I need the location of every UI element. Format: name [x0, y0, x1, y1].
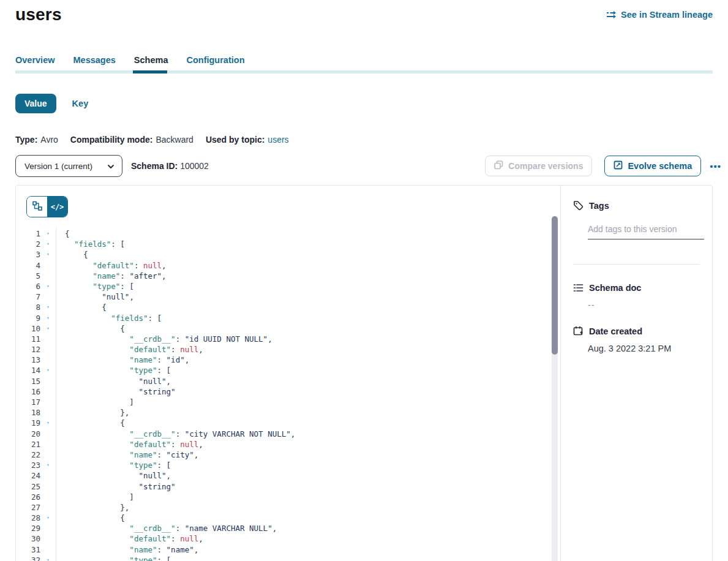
fold-toggle-icon[interactable]: ▾: [40, 228, 56, 239]
code-text[interactable]: ]: [56, 492, 134, 502]
code-text[interactable]: "name": "id",: [56, 355, 189, 365]
code-text[interactable]: "string": [56, 386, 176, 397]
line-number: 10: [16, 323, 40, 334]
code-line: 5 "name": "after",: [16, 271, 542, 281]
tags-section-title: Tags: [573, 200, 704, 211]
code-text[interactable]: },: [56, 407, 129, 418]
code-line: 8▾ {: [16, 302, 542, 312]
tab-schema[interactable]: Schema: [134, 55, 168, 71]
code-line: 18 },: [16, 407, 542, 418]
more-actions-button[interactable]: •••: [710, 161, 721, 171]
scrollbar-thumb[interactable]: [552, 216, 558, 355]
code-text[interactable]: },: [56, 502, 129, 513]
fold-toggle-icon[interactable]: ▾: [40, 460, 56, 470]
code-line: 7 "null",: [16, 292, 542, 302]
code-line: 19▾ {: [16, 418, 542, 428]
code-text[interactable]: "type": [: [56, 281, 134, 292]
code-text[interactable]: "fields": [: [56, 239, 125, 249]
code-line: 22 "name": "city",: [16, 450, 542, 460]
code-line: 30 "default": null,: [16, 533, 542, 544]
editor-scrollbar[interactable]: [552, 216, 558, 561]
code-text[interactable]: {: [56, 249, 88, 260]
code-text[interactable]: "type": [: [56, 555, 171, 561]
fold-toggle-icon[interactable]: ▾: [40, 281, 56, 292]
code-line: 28▾ {: [16, 513, 542, 523]
line-number: 18: [16, 407, 40, 418]
code-text[interactable]: "type": [: [56, 365, 171, 375]
code-text[interactable]: {: [56, 228, 70, 239]
fold-toggle-icon[interactable]: ▾: [40, 302, 56, 312]
code-text[interactable]: "default": null,: [56, 439, 203, 450]
code-text[interactable]: {: [56, 323, 125, 334]
code-text[interactable]: "default": null,: [56, 533, 203, 544]
code-text[interactable]: "__crdb__": "id UUID NOT NULL",: [56, 334, 272, 344]
code-line: 10▾ {: [16, 323, 542, 334]
code-text[interactable]: "__crdb__": "city VARCHAR NOT NULL",: [56, 429, 295, 439]
line-number: 1: [16, 228, 40, 239]
fold-toggle-icon[interactable]: ▾: [40, 239, 56, 249]
page-title: users: [15, 5, 62, 24]
code-lines[interactable]: 1▾{2▾ "fields": [3▾ {4 "default": null,5…: [16, 228, 542, 561]
code-text[interactable]: "null",: [56, 470, 171, 481]
code-text[interactable]: "name": "after",: [56, 271, 167, 281]
schema-doc-value: --: [588, 300, 704, 310]
compare-icon: [494, 160, 503, 171]
code-line: 4 "default": null,: [16, 260, 542, 271]
fold-toggle-icon[interactable]: ▾: [40, 323, 56, 334]
code-text[interactable]: {: [56, 302, 107, 312]
version-select[interactable]: Version 1 (current): [15, 155, 122, 177]
line-number: 13: [16, 355, 40, 365]
line-number: 7: [16, 292, 40, 302]
line-number: 29: [16, 523, 40, 533]
fold-toggle-icon[interactable]: ▾: [40, 313, 56, 323]
code-text[interactable]: "null",: [56, 292, 134, 302]
code-text[interactable]: "string": [56, 481, 176, 492]
editor-view-toggle: </>: [26, 196, 68, 217]
line-number: 2: [16, 239, 40, 249]
code-line: 17 ]: [16, 397, 542, 407]
fold-toggle-icon[interactable]: ▾: [40, 513, 56, 523]
evolve-schema-button[interactable]: Evolve schema: [604, 156, 701, 176]
code-line: 12 "default": null,: [16, 344, 542, 355]
line-number: 11: [16, 334, 40, 344]
line-number: 6: [16, 281, 40, 292]
add-tags-input[interactable]: [588, 224, 704, 239]
tab-overview[interactable]: Overview: [15, 55, 55, 71]
schema-panel: </> 1▾{2▾ "fields": [3▾ {4 "default": nu…: [15, 185, 713, 561]
code-text[interactable]: "type": [: [56, 460, 171, 470]
code-text[interactable]: ]: [56, 397, 134, 407]
line-number: 28: [16, 513, 40, 523]
compare-versions-button[interactable]: Compare versions: [485, 156, 592, 176]
topic-link[interactable]: users: [268, 135, 288, 145]
tab-messages[interactable]: Messages: [73, 55, 116, 71]
schema-page: users See in Stream lineage OverviewMess…: [0, 0, 728, 561]
code-text[interactable]: "name": "city",: [56, 450, 198, 460]
schema-editor: </> 1▾{2▾ "fields": [3▾ {4 "default": nu…: [16, 186, 561, 561]
key-toggle-link[interactable]: Key: [72, 99, 89, 108]
tab-configuration[interactable]: Configuration: [186, 55, 244, 71]
code-line: 20 "__crdb__": "city VARCHAR NOT NULL",: [16, 429, 542, 439]
code-text[interactable]: "default": null,: [56, 260, 167, 271]
code-text[interactable]: "default": null,: [56, 344, 203, 355]
tree-view-button[interactable]: [27, 197, 47, 217]
tab-strip: [15, 70, 713, 73]
see-in-stream-lineage-link[interactable]: See in Stream lineage: [606, 10, 713, 20]
schema-doc-section-title: Schema doc: [573, 283, 704, 293]
value-toggle-button[interactable]: Value: [15, 94, 56, 113]
code-line: 27 },: [16, 502, 542, 513]
code-view-button[interactable]: </>: [47, 197, 67, 217]
fold-toggle-icon[interactable]: ▾: [40, 249, 56, 260]
fold-toggle-icon[interactable]: ▾: [40, 418, 56, 428]
fold-toggle-icon[interactable]: ▾: [40, 365, 56, 375]
code-text[interactable]: "name": "name",: [56, 544, 198, 555]
code-text[interactable]: {: [56, 513, 125, 523]
code-view-icon: </>: [51, 203, 64, 211]
code-text[interactable]: {: [56, 418, 125, 428]
code-text[interactable]: "null",: [56, 376, 171, 386]
code-text[interactable]: "fields": [: [56, 313, 162, 323]
code-line: 32▾ "type": [: [16, 555, 542, 561]
fold-toggle-icon[interactable]: ▾: [40, 555, 56, 561]
code-text[interactable]: "__crdb__": "name VARCHAR NULL",: [56, 523, 277, 533]
line-number: 20: [16, 429, 40, 439]
code-line: 15 "null",: [16, 376, 542, 386]
